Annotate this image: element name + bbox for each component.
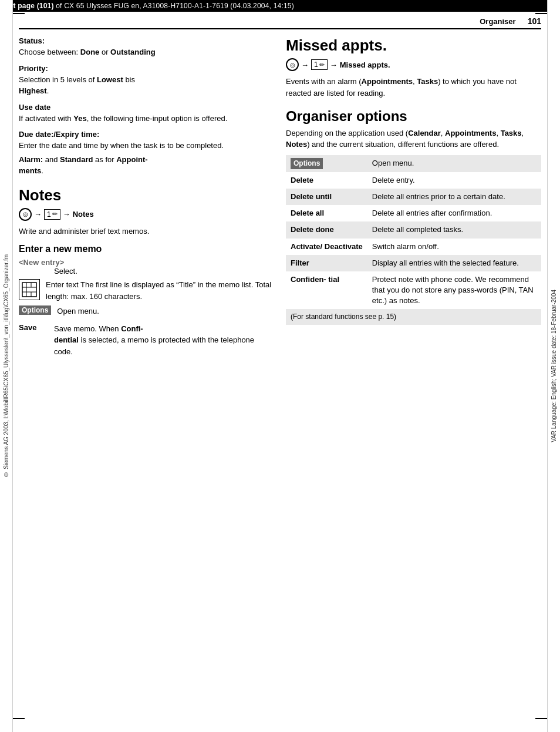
tick-bottom-right bbox=[535, 718, 547, 719]
save-desc: Save memo. When Confi-dential is selecte… bbox=[54, 323, 274, 358]
table-label-cell: Delete done bbox=[286, 221, 367, 238]
tick-bottom-left bbox=[13, 718, 25, 719]
pencil-icon: ✏ bbox=[52, 210, 58, 218]
org-calendar: Calendar bbox=[408, 129, 441, 137]
save-dential: dential bbox=[54, 335, 79, 344]
table-row: DeleteDelete entry. bbox=[286, 172, 541, 189]
org-options-title: Organiser options bbox=[286, 108, 541, 125]
priority-bis: bis bbox=[123, 75, 135, 84]
right-column: Missed appts. ◎ → 1✏ → Missed appts. Eve… bbox=[286, 36, 541, 360]
options-action: Open menu. bbox=[57, 305, 99, 317]
table-desc-cell: Protect note with phone code. We recomme… bbox=[367, 271, 541, 310]
tick-top-right bbox=[535, 13, 547, 14]
alarm-ments: ments bbox=[19, 166, 41, 175]
table-row: Activate/ DeactivateSwitch alarm on/off. bbox=[286, 239, 541, 255]
org-comma2: , bbox=[496, 129, 500, 137]
missed-tasks: Tasks bbox=[417, 77, 438, 86]
page-header: Organiser 101 bbox=[19, 12, 541, 29]
org-notes: Notes bbox=[286, 140, 307, 149]
due-date-heading: Due date:/Expiry time: bbox=[19, 130, 274, 139]
table-row: Delete allDelete all entries after confi… bbox=[286, 205, 541, 221]
notes-nav-box: 1✏ bbox=[44, 209, 60, 220]
notes-title: Notes bbox=[19, 186, 274, 204]
org-comma1: , bbox=[441, 129, 445, 137]
alarm-standard: Standard bbox=[60, 155, 93, 164]
table-row: Delete untilDelete all entries prior to … bbox=[286, 189, 541, 205]
missed-nav-label: Missed appts. bbox=[340, 61, 390, 69]
status-text: Choose between: bbox=[19, 48, 80, 56]
save-rest: is selected, a memo is protected with th… bbox=[54, 335, 254, 356]
top-bar-left-normal: of CX 65 Ulysses FUG en, A31008-H7100-A1… bbox=[54, 2, 294, 10]
page-title: Organiser bbox=[480, 17, 515, 26]
notes-nav-box-num: 1 bbox=[47, 210, 51, 219]
alarm-paragraph: Alarm: and Standard as for Appoint-ments… bbox=[19, 154, 274, 177]
missed-nav-arrow1: → bbox=[301, 61, 309, 69]
side-text-left: © Siemens AG 2003, I:\MobilIR65\CX65_Uly… bbox=[0, 0, 13, 732]
notes-nav-row: ◎ → 1✏ → Notes bbox=[19, 208, 274, 221]
missed-nav-row: ◎ → 1✏ → Missed appts. bbox=[286, 58, 541, 71]
table-row: (For standard functions see p. 15) bbox=[286, 309, 541, 325]
table-row: OptionsOpen menu. bbox=[286, 155, 541, 172]
use-date-yes: Yes bbox=[73, 114, 86, 123]
table-row: Confiden- tialProtect note with phone co… bbox=[286, 271, 541, 310]
options-table: OptionsOpen menu.DeleteDelete entry.Dele… bbox=[286, 155, 541, 325]
save-label: Save bbox=[19, 323, 48, 332]
keyboard-svg bbox=[21, 281, 38, 298]
memo-text: Enter text The first line is displayed a… bbox=[46, 279, 274, 302]
table-label-cell: Delete all bbox=[286, 205, 367, 221]
org-appts: Appointments bbox=[445, 129, 496, 137]
keyboard-icon bbox=[19, 279, 40, 300]
new-entry-action: Select. bbox=[19, 267, 274, 276]
status-heading: Status: bbox=[19, 36, 274, 45]
status-done: Done bbox=[80, 48, 100, 56]
org-comma3: , bbox=[522, 129, 524, 137]
options-badge[interactable]: Options bbox=[19, 305, 51, 315]
status-or: or bbox=[99, 48, 110, 56]
alarm-and: and bbox=[43, 155, 60, 164]
main-content: Organiser 101 Status: Choose between: Do… bbox=[13, 12, 547, 360]
table-desc-cell: Delete entry. bbox=[367, 172, 541, 189]
alarm-appoint: Appoint- bbox=[116, 155, 147, 164]
nav-menu-icon: ◎ bbox=[19, 208, 32, 221]
priority-dot: . bbox=[47, 86, 49, 95]
table-desc-cell: Delete all entries after confirmation. bbox=[367, 205, 541, 221]
side-left-label: © Siemens AG 2003, I:\MobilIR65\CX65_Uly… bbox=[3, 254, 9, 478]
new-entry-label: <New entry> bbox=[19, 258, 274, 267]
options-table-badge[interactable]: Options bbox=[291, 158, 323, 169]
missed-appts-title: Missed appts. bbox=[286, 36, 541, 55]
memo-row: Enter text The first line is displayed a… bbox=[19, 279, 274, 302]
notes-nav-arrow1: → bbox=[34, 210, 42, 219]
priority-lowest: Lowest bbox=[97, 75, 123, 84]
notes-nav-label: Notes bbox=[73, 210, 94, 219]
enter-memo-heading: Enter a new memo bbox=[19, 244, 274, 254]
missed-nav-box: 1✏ bbox=[311, 59, 328, 70]
priority-heading: Priority: bbox=[19, 64, 274, 73]
missed-pencil-icon: ✏ bbox=[319, 61, 325, 69]
table-label-cell: Delete until bbox=[286, 189, 367, 205]
side-text-right: VAR Language: English; VAR issue date: 1… bbox=[547, 0, 560, 732]
options-row: Options Open menu. bbox=[19, 305, 274, 320]
missed-nav-menu-icon: ◎ bbox=[286, 58, 299, 71]
notes-nav-arrow2: → bbox=[63, 210, 70, 219]
left-column: Status: Choose between: Done or Outstand… bbox=[19, 36, 274, 360]
save-row: Save Save memo. When Confi-dential is se… bbox=[19, 323, 274, 358]
missed-nav-box-num: 1 bbox=[314, 61, 318, 69]
table-desc-cell: Delete all entries prior to a certain da… bbox=[367, 189, 541, 205]
alarm-text-pre: Alarm: bbox=[19, 155, 43, 164]
due-date-paragraph: Enter the date and time by when the task… bbox=[19, 140, 274, 152]
org-rest: ) and the current situation, different f… bbox=[307, 140, 499, 149]
tick-top-left bbox=[13, 13, 25, 14]
two-column-layout: Status: Choose between: Done or Outstand… bbox=[19, 36, 541, 360]
table-row: FilterDisplay all entries with the selec… bbox=[286, 255, 541, 271]
status-outstanding: Outstanding bbox=[110, 48, 156, 56]
missed-appts: Appointments bbox=[362, 77, 413, 86]
table-label-cell: Activate/ Deactivate bbox=[286, 239, 367, 255]
table-desc-cell: Switch alarm on/off. bbox=[367, 239, 541, 255]
page-number: 101 bbox=[528, 16, 541, 26]
notes-desc: Write and administer brief text memos. bbox=[19, 226, 274, 237]
use-date-rest: , the following time-input option is off… bbox=[87, 114, 228, 123]
org-desc-pre: Depending on the application used ( bbox=[286, 129, 408, 137]
table-desc-cell: Display all entries with the selected fe… bbox=[367, 255, 541, 271]
missed-desc-pre: Events with an alarm ( bbox=[286, 77, 362, 86]
missed-desc: Events with an alarm (Appointments, Task… bbox=[286, 76, 541, 99]
